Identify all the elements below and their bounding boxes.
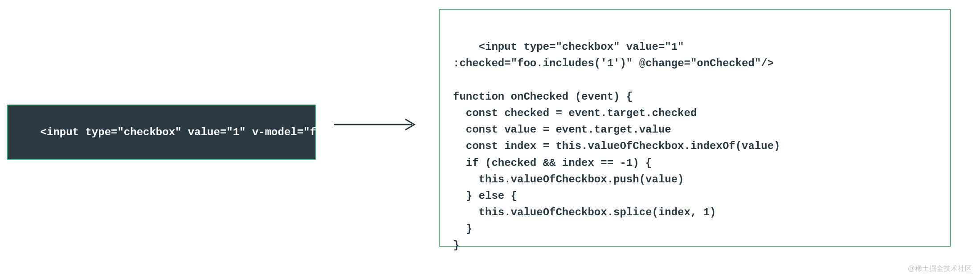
watermark-text: @稀土掘金技术社区: [908, 264, 972, 274]
source-code-box: <input type="checkbox" value="1" v-model…: [7, 105, 316, 160]
arrow-icon: [334, 116, 419, 133]
expanded-code-text: <input type="checkbox" value="1" :checke…: [453, 41, 780, 251]
expanded-code-box: <input type="checkbox" value="1" :checke…: [439, 9, 951, 247]
diagram-container: <input type="checkbox" value="1" v-model…: [0, 0, 980, 278]
source-code-text: <input type="checkbox" value="1" v-model…: [41, 126, 355, 138]
